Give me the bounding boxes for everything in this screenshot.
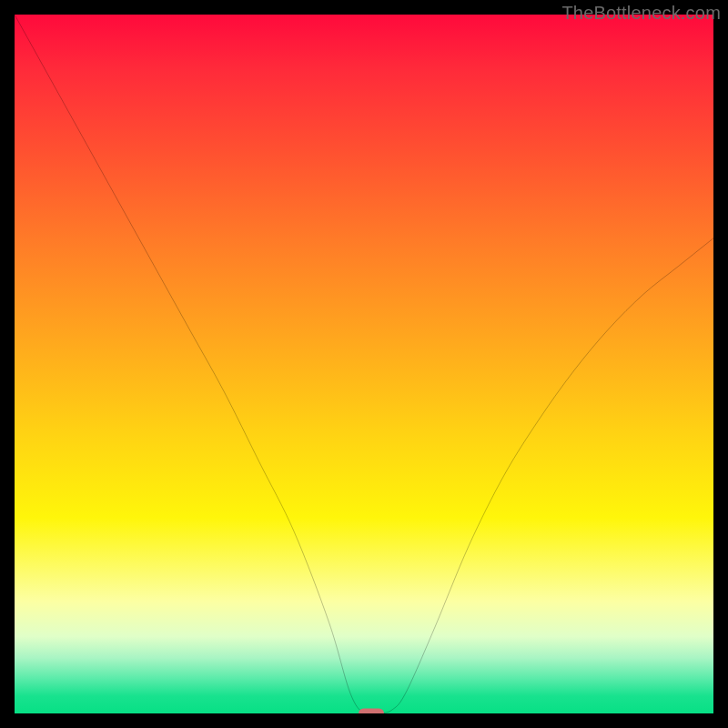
plot-area (15, 15, 713, 713)
optimal-point-marker (359, 709, 384, 714)
bottleneck-curve-path (15, 15, 713, 713)
bottleneck-curve (15, 15, 713, 713)
watermark-text: TheBottleneck.com (561, 3, 721, 24)
chart-container: TheBottleneck.com (0, 0, 728, 728)
